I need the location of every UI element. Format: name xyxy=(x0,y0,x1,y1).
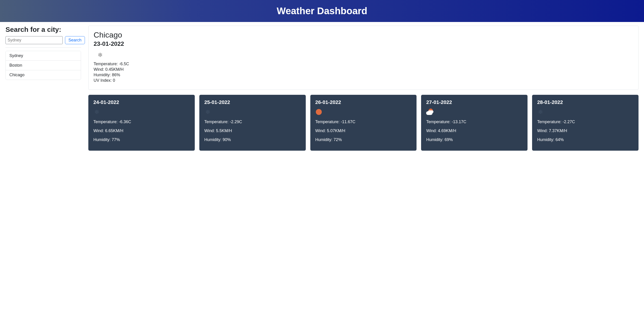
forecast-wind: Wind: 6.65KM/H xyxy=(93,128,190,134)
forecast-temperature: Temperature: -13.17C xyxy=(426,119,522,125)
forecast-date: 27-01-2022 xyxy=(426,99,522,105)
forecast-card: 27-01-2022 Temperature: -13.17C Wind: 4.… xyxy=(421,95,528,151)
current-city: Chicago xyxy=(94,31,633,39)
search-button[interactable]: Search xyxy=(65,36,85,44)
forecast-humidity: Humidity: 69% xyxy=(426,137,522,143)
forecast-card: 26-01-2022 Temperature: -11.67C Wind: 5.… xyxy=(310,95,417,151)
forecast-wind: Wind: 4.69KM/H xyxy=(426,128,522,134)
forecast-row: 24-01-2022 ❄ Temperature: -6.36C Wind: 6… xyxy=(88,95,638,151)
snowflake-icon: ❄ xyxy=(93,109,190,115)
forecast-card: 28-01-2022 ❄ Temperature: -2.27C Wind: 7… xyxy=(532,95,638,151)
history-item[interactable]: Boston xyxy=(6,61,81,70)
forecast-temperature: Temperature: -2.27C xyxy=(537,119,634,125)
app-header: Weather Dashboard xyxy=(0,0,644,22)
page-title: Weather Dashboard xyxy=(0,6,644,17)
forecast-temperature: Temperature: -2.29C xyxy=(204,119,301,125)
current-humidity: Humidity: 86% xyxy=(94,73,633,77)
forecast-wind: Wind: 5.07KM/H xyxy=(315,128,412,134)
current-uv-index: UV Index: 0 xyxy=(94,78,633,83)
forecast-temperature: Temperature: -6.36C xyxy=(93,119,190,125)
history-item[interactable]: Chicago xyxy=(6,70,81,80)
search-heading: Search for a city: xyxy=(6,26,81,34)
city-search-input[interactable] xyxy=(6,36,63,44)
current-wind: Wind: 0.45KM/H xyxy=(94,67,633,72)
forecast-humidity: Humidity: 64% xyxy=(537,137,634,143)
forecast-date: 24-01-2022 xyxy=(93,99,190,105)
sidebar: Search for a city: Search Sydney Boston … xyxy=(6,26,81,151)
partly-cloudy-icon xyxy=(426,109,522,115)
forecast-temperature: Temperature: -11.67C xyxy=(315,119,412,125)
snowflake-icon: ❄ xyxy=(97,52,633,58)
forecast-date: 28-01-2022 xyxy=(537,99,634,105)
forecast-card: 25-01-2022 ❄ Temperature: -2.29C Wind: 5… xyxy=(199,95,306,151)
search-history-list: Sydney Boston Chicago xyxy=(6,51,81,80)
current-weather-card: Chicago 23-01-2022 ❄ Temperature: -6.5C … xyxy=(88,26,638,90)
forecast-card: 24-01-2022 ❄ Temperature: -6.36C Wind: 6… xyxy=(88,95,195,151)
forecast-date: 25-01-2022 xyxy=(204,99,301,105)
forecast-date: 26-01-2022 xyxy=(315,99,412,105)
divider xyxy=(6,47,81,48)
forecast-wind: Wind: 5.5KM/H xyxy=(204,128,301,134)
snowflake-icon: ❄ xyxy=(204,109,301,115)
forecast-humidity: Humidity: 90% xyxy=(204,137,301,143)
forecast-humidity: Humidity: 72% xyxy=(315,137,412,143)
search-row: Search xyxy=(6,36,81,44)
sun-icon xyxy=(315,109,412,115)
main-content: Chicago 23-01-2022 ❄ Temperature: -6.5C … xyxy=(88,26,638,151)
forecast-humidity: Humidity: 77% xyxy=(93,137,190,143)
forecast-wind: Wind: 7.37KM/H xyxy=(537,128,634,134)
current-temperature: Temperature: -6.5C xyxy=(94,62,633,66)
main-container: Search for a city: Search Sydney Boston … xyxy=(0,22,644,154)
history-item[interactable]: Sydney xyxy=(6,51,81,61)
snowflake-icon: ❄ xyxy=(537,109,634,115)
current-date: 23-01-2022 xyxy=(94,40,633,47)
